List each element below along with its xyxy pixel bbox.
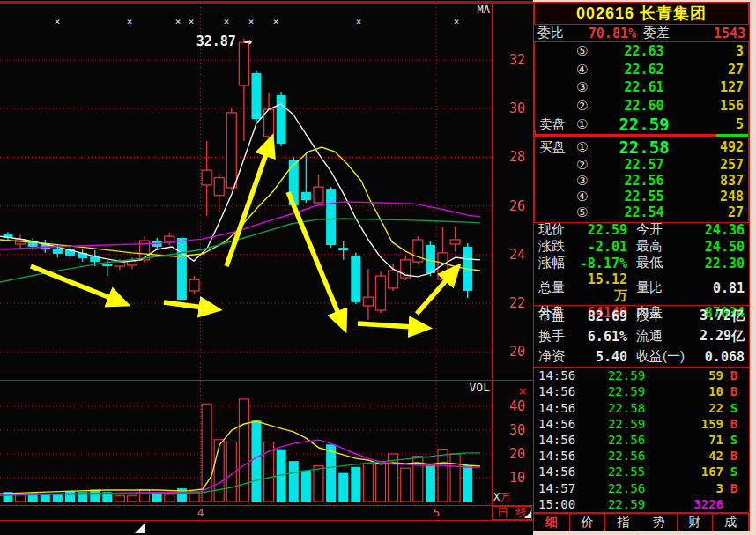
stat-label: 涨幅 — [538, 255, 575, 271]
price-axis-label: 20 — [509, 344, 525, 360]
tick-side-flag: B — [723, 449, 745, 463]
buy-levels: 买盘①22.58492②22.57257③22.56837④22.55248⑤2… — [535, 137, 748, 220]
tick-time: 14:56 — [538, 433, 581, 447]
stat-value: -2.01 — [575, 239, 627, 255]
stat-label: 收益(一) — [627, 348, 693, 365]
order-book-row-buy[interactable]: 买盘①22.58492 — [535, 137, 748, 157]
volume-bar-up — [239, 399, 248, 502]
tab-价[interactable]: 价 — [570, 514, 606, 531]
candle-body-up — [389, 271, 398, 288]
stat-value: 24.50 — [693, 239, 745, 255]
tick-row[interactable]: 14:5622.59159B — [534, 416, 749, 432]
volume-bar-down — [53, 494, 63, 502]
tick-volume: 71 — [672, 433, 723, 447]
sell-volume: 127 — [689, 79, 744, 95]
sell-volume: 3 — [689, 43, 744, 59]
quote-panel: 002616 长青集团 委比 70.81% 委差 1543 ⑤22.633④22… — [533, 2, 750, 531]
tick-row[interactable]: 14:5622.5910B — [534, 383, 749, 399]
tab-财[interactable]: 财 — [678, 514, 714, 531]
stat-label: 量比 — [627, 279, 693, 296]
volume-bar-down — [301, 471, 311, 502]
event-marker-icon: × — [55, 16, 61, 27]
tick-time: 14:56 — [538, 464, 581, 479]
tick-price: 22.55 — [581, 464, 672, 479]
order-book-row-buy[interactable]: ⑤22.5427 — [535, 204, 748, 220]
volume-bar-down — [289, 461, 299, 502]
sell-label: 卖盘 — [539, 116, 576, 133]
tick-row[interactable]: 14:5622.5822S — [534, 399, 749, 415]
tick-row[interactable]: 14:5622.5671S — [534, 432, 749, 448]
volume-bar-up — [376, 464, 386, 502]
tick-time: 14:57 — [538, 481, 581, 495]
order-book-row-sell[interactable]: 卖盘①22.595 — [535, 115, 748, 134]
level-number: ⑤ — [576, 204, 599, 220]
ma-short-white — [0, 104, 480, 277]
tick-volume: 167 — [672, 464, 723, 479]
volume-bar-down — [351, 467, 360, 502]
tick-price: 22.59 — [581, 417, 672, 431]
level-number: ④ — [576, 189, 599, 204]
price-axis-label: 32 — [509, 52, 525, 68]
order-book-row-sell[interactable]: ②22.60156 — [535, 97, 748, 115]
tick-row[interactable]: 14:5622.5959B — [534, 368, 749, 383]
tick-side-flag: B — [723, 417, 745, 431]
tab-势[interactable]: 势 — [641, 514, 678, 531]
window-frame-bottom — [533, 531, 756, 535]
price-axis-label: 30 — [509, 100, 525, 116]
buy-label: 买盘 — [539, 139, 576, 156]
event-marker-icon: × — [454, 16, 460, 27]
order-book-row-sell[interactable]: ③22.61127 — [535, 78, 748, 97]
volume-bar-down — [65, 491, 75, 502]
candle-body-up — [450, 240, 460, 244]
level-number: ② — [576, 98, 599, 114]
event-marker-icon: × — [224, 16, 230, 27]
chart-panel[interactable]: 323028262422204540302010×××××××××32.87 →… — [0, 0, 533, 535]
sell-price: 22.59 — [599, 115, 689, 134]
tick-time: 14:56 — [538, 417, 581, 431]
tick-row[interactable]: 15:0022.593226 — [534, 496, 749, 512]
candlestick-chart[interactable]: 323028262422204540302010×××××××××32.87 →… — [0, 0, 533, 535]
buy-volume: 27 — [689, 204, 744, 220]
order-book-row-buy[interactable]: ④22.55248 — [535, 189, 748, 204]
tick-row[interactable]: 14:5622.55167S — [534, 464, 749, 479]
weibi-label: 委比 — [537, 25, 576, 41]
tick-row[interactable]: 14:5722.563B — [534, 480, 749, 496]
candle-body-down — [102, 264, 112, 266]
tick-list[interactable]: 14:5622.5959B14:5622.5910B14:5622.5822S1… — [534, 368, 749, 513]
volume-axis-label: 20 — [509, 446, 525, 462]
sell-volume: 27 — [689, 62, 744, 78]
stat-value: 22.59 — [575, 222, 627, 238]
tick-row[interactable]: 14:5622.5642B — [534, 448, 749, 464]
stat-value: 24.36 — [693, 222, 745, 238]
price-axis-label: 28 — [509, 149, 525, 165]
sell-volume: 5 — [689, 116, 744, 132]
order-book-row-sell[interactable]: ④22.6227 — [535, 61, 748, 79]
volume-unit-label: X万 — [493, 491, 510, 503]
close-indicator-icon[interactable]: × — [518, 383, 527, 399]
period-label[interactable]: 日 线 — [497, 506, 527, 519]
volume-axis-label: 30 — [509, 422, 525, 438]
event-marker-icon: × — [248, 16, 255, 27]
stat-label: 市盈 — [538, 308, 575, 324]
tick-side-flag: B — [723, 481, 745, 495]
tick-time: 15:00 — [538, 497, 581, 511]
tab-细[interactable]: 细 — [534, 514, 570, 531]
event-marker-icon: × — [356, 16, 362, 27]
tick-price: 22.58 — [581, 401, 672, 415]
tab-指[interactable]: 指 — [605, 514, 641, 531]
stat-label: 净资 — [538, 348, 575, 365]
candle-body-up — [376, 276, 386, 310]
order-book-row-buy[interactable]: ③22.56837 — [535, 173, 748, 189]
order-book-row-sell[interactable]: ⑤22.633 — [535, 42, 748, 61]
weibi-row: 委比 70.81% 委差 1543 — [534, 25, 749, 41]
volume-bar-down — [338, 473, 348, 502]
candle-body-up — [363, 297, 373, 306]
volume-bar-up — [165, 494, 174, 502]
price-axis-label: 26 — [509, 198, 525, 214]
order-book-row-buy[interactable]: ②22.57257 — [535, 157, 748, 173]
tab-成[interactable]: 成 — [713, 514, 749, 531]
tick-time: 14:56 — [538, 368, 581, 383]
level-number: ③ — [576, 79, 599, 95]
tick-side-flag: S — [723, 433, 745, 447]
stat-label: 最高 — [627, 238, 693, 255]
